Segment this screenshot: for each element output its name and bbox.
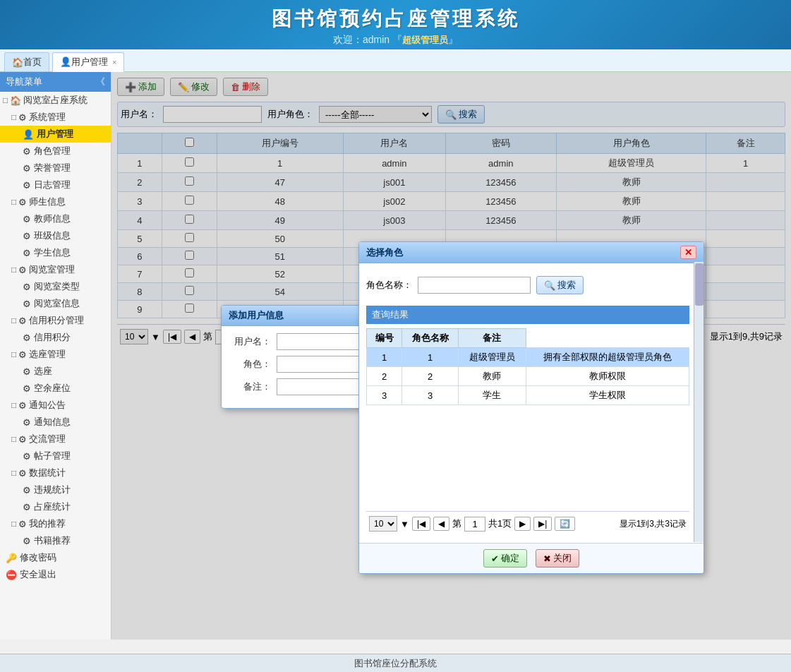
role-modal-body: 角色名称： 🔍 搜索 查询结果 编号 角色名称 备注 <box>359 263 704 543</box>
minus-icon8: □ <box>11 434 16 444</box>
sidebar-item-logout[interactable]: ⛔ 安全退出 <box>0 566 111 583</box>
sidebar-item-credit-mgmt[interactable]: □ ⚙ 信用积分管理 <box>0 312 111 329</box>
sidebar-notice-info-label: 通知信息 <box>34 416 71 428</box>
tab-user-mgmt[interactable]: 👤 用户管理 × <box>52 52 124 72</box>
role-page-next[interactable]: ▶ <box>514 517 531 531</box>
sidebar-seat-label: 选座 <box>34 365 52 378</box>
role-col-name: 角色名称 <box>402 329 459 348</box>
role-page-first[interactable]: |◀ <box>412 517 430 531</box>
role-table-row[interactable]: 2 2 教师 教师权限 <box>367 367 689 386</box>
sidebar-item-seat-stats[interactable]: ⚙ 占座统计 <box>0 498 111 515</box>
sidebar-item-student[interactable]: ⚙ 学生信息 <box>0 244 111 261</box>
sidebar-item-seat-mgmt[interactable]: □ ⚙ 选座管理 <box>0 346 111 363</box>
exchange-gear-icon: ⚙ <box>18 434 27 445</box>
role-select-modal: 选择角色 ✕ 角色名称： 🔍 搜索 查询结果 <box>358 241 704 574</box>
seat-stats-icon: ⚙ <box>23 502 31 512</box>
folder-icon: 🏠 <box>10 95 21 106</box>
sidebar-item-notice[interactable]: □ ⚙ 通知公告 <box>0 397 111 414</box>
sidebar-item-recommend[interactable]: □ ⚙ 我的推荐 <box>0 515 111 532</box>
role-modal-scrollbar[interactable] <box>694 262 704 542</box>
sidebar-reading-mgmt-label: 阅览室管理 <box>29 263 75 276</box>
role-page-last[interactable]: ▶| <box>533 517 552 531</box>
minus-icon: □ <box>3 95 8 105</box>
sidebar-item-stats[interactable]: □ ⚙ 数据统计 <box>0 464 111 481</box>
sidebar-item-role-mgmt[interactable]: ⚙ 角色管理 <box>0 143 111 160</box>
role-page-refresh[interactable]: 🔄 <box>555 517 575 531</box>
form-username-label: 用户名： <box>229 335 271 348</box>
sidebar-seat-stats-label: 占座统计 <box>34 500 71 513</box>
sidebar-item-room-info[interactable]: ⚙ 阅览室信息 <box>0 295 111 312</box>
home-icon: 🏠 <box>12 57 23 68</box>
sidebar-teacher-label: 师生信息 <box>29 196 66 208</box>
sidebar-item-log-mgmt[interactable]: ⚙ 日志管理 <box>0 176 111 193</box>
role-page-arrow: ▼ <box>400 519 409 529</box>
student-icon: ⚙ <box>23 248 31 258</box>
role-page-prev[interactable]: ◀ <box>433 517 449 531</box>
sidebar-violation-label: 违规统计 <box>34 484 71 496</box>
sidebar-item-class-info[interactable]: ⚙ 班级信息 <box>0 227 111 244</box>
sidebar-item-sys-mgmt[interactable]: □ ⚙ 系统管理 <box>0 109 111 126</box>
sidebar-logout-label: 安全退出 <box>20 568 56 581</box>
sidebar-item-notice-info[interactable]: ⚙ 通知信息 <box>0 414 111 431</box>
sidebar-item-user-mgmt[interactable]: 👤 用户管理 <box>0 126 111 143</box>
seat-icon: ⚙ <box>23 366 31 377</box>
sidebar-item-violation[interactable]: ⚙ 违规统计 <box>0 481 111 498</box>
sidebar-item-exchange[interactable]: □ ⚙ 交流管理 <box>0 431 111 448</box>
role-cell-name: 超级管理员 <box>459 348 526 367</box>
welcome-text: 欢迎：admin 『超级管理员』 <box>0 34 791 47</box>
sidebar-teacher-item-label: 教师信息 <box>34 212 71 225</box>
role-modal-title: 选择角色 <box>366 246 403 259</box>
role-confirm-button[interactable]: ✔ 确定 <box>483 549 527 568</box>
log-icon: ⚙ <box>23 180 31 191</box>
statusbar: 图书馆座位分配系统 <box>0 654 791 672</box>
stats-gear-icon: ⚙ <box>18 468 27 479</box>
sidebar-item-room-type[interactable]: ⚙ 阅览室类型 <box>0 278 111 295</box>
role-table: 编号 角色名称 备注 1 1 超级管理员 拥有全部权限的超级管理员角色 2 2 … <box>366 328 689 405</box>
role-close-button[interactable]: ✖ 关闭 <box>536 549 579 568</box>
scrollbar-thumb <box>695 263 704 306</box>
role-pagination: 10 ▼ |◀ ◀ 第 共1页 ▶ ▶| 🔄 显示1到3,共3记录 <box>366 511 689 536</box>
minus-icon7: □ <box>11 400 16 410</box>
role-page-label: 第 <box>452 517 461 530</box>
sidebar-item-seat[interactable]: ⚙ 选座 <box>0 363 111 380</box>
sidebar-item-credit[interactable]: ⚙ 信用积分 <box>0 329 111 346</box>
sidebar-item-change-pwd[interactable]: 🔑 修改密码 <box>0 549 111 566</box>
sidebar: 导航菜单 《 □ 🏠 阅览室占座系统 □ ⚙ 系统管理 👤 用户管理 ⚙ 角色管… <box>0 72 111 640</box>
tab-close-icon[interactable]: × <box>112 58 116 66</box>
role-name-input[interactable] <box>418 277 531 294</box>
sidebar-item-empty-seat[interactable]: ⚙ 空余座位 <box>0 380 111 397</box>
add-modal-title: 添加用户信息 <box>229 309 284 322</box>
form-note-label: 备注： <box>229 380 271 393</box>
role-search-row: 角色名称： 🔍 搜索 <box>366 270 689 300</box>
class-icon: ⚙ <box>23 163 31 174</box>
sidebar-collapse-icon[interactable]: 《 <box>96 76 105 88</box>
role-table-row[interactable]: 1 1 超级管理员 拥有全部权限的超级管理员角色 <box>367 348 689 367</box>
sidebar-role-label: 角色管理 <box>34 145 71 157</box>
key-icon: 🔑 <box>6 553 17 563</box>
tab-home[interactable]: 🏠 首页 <box>4 52 49 71</box>
sidebar-item-reading-mgmt[interactable]: □ ⚙ 阅览室管理 <box>0 261 111 278</box>
role-col-id: 编号 <box>367 329 402 348</box>
seat-gear-icon: ⚙ <box>18 349 27 360</box>
checkmark-icon: ✔ <box>491 553 499 564</box>
role-modal-close-btn[interactable]: ✕ <box>680 246 696 259</box>
role-page-input[interactable] <box>464 517 485 532</box>
sidebar-item-book-rec[interactable]: ⚙ 书籍推荐 <box>0 532 111 549</box>
room-type-icon: ⚙ <box>23 282 31 292</box>
sidebar-item-post[interactable]: ⚙ 帖子管理 <box>0 448 111 464</box>
role-search-btn[interactable]: 🔍 搜索 <box>536 276 584 294</box>
sidebar-item-teacher-info[interactable]: □ ⚙ 师生信息 <box>0 193 111 210</box>
reading-gear-icon: ⚙ <box>18 265 27 275</box>
sidebar-item-reading-room[interactable]: □ 🏠 阅览室占座系统 <box>0 92 111 109</box>
sidebar-item-class-mgmt[interactable]: ⚙ 荣誉管理 <box>0 160 111 176</box>
role-cell-note: 学生权限 <box>526 386 689 405</box>
minus-icon2: □ <box>11 112 16 122</box>
sidebar-reading-room-label: 阅览室占座系统 <box>23 94 87 107</box>
sidebar-room-type-label: 阅览室类型 <box>34 280 80 293</box>
role-search-icon: 🔍 <box>544 280 555 291</box>
role-cell-name: 教师 <box>459 367 526 386</box>
sidebar-item-teacher[interactable]: ⚙ 教师信息 <box>0 210 111 227</box>
role-cell-id: 2 <box>402 367 459 386</box>
role-page-size[interactable]: 10 <box>369 516 397 532</box>
role-table-row[interactable]: 3 3 学生 学生权限 <box>367 386 689 405</box>
